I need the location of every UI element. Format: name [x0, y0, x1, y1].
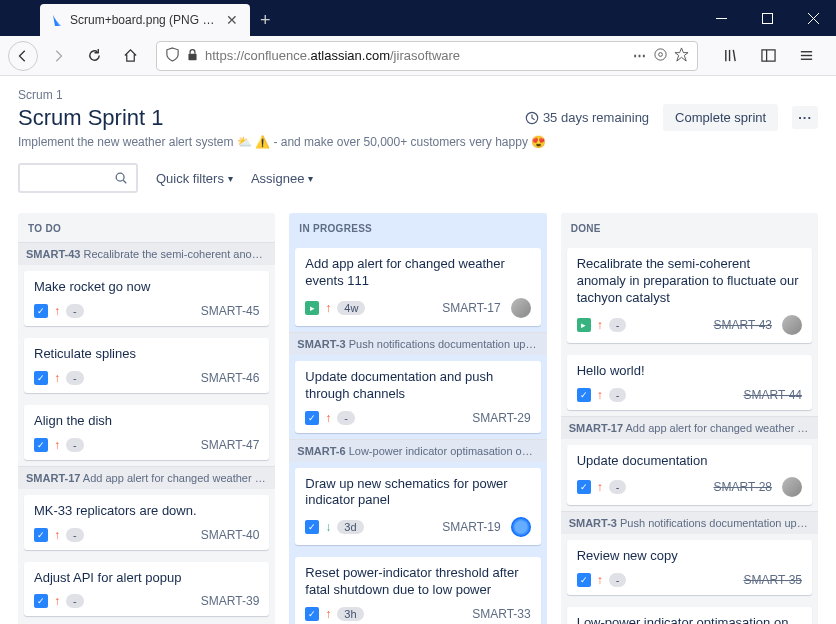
card-title: Draw up new schematics for power indicat…: [305, 476, 530, 510]
issue-card[interactable]: Add app alert for changed weather events…: [295, 248, 540, 326]
menu-icon[interactable]: [790, 40, 822, 72]
card-title: Review new copy: [577, 548, 802, 565]
sidebar-icon[interactable]: [752, 40, 784, 72]
issue-card[interactable]: Update documentation and push through ch…: [295, 361, 540, 433]
priority-up-icon: ↑: [325, 301, 331, 315]
reader-icon[interactable]: [653, 47, 668, 65]
task-icon: ✓: [34, 304, 48, 318]
issue-card[interactable]: Align the dish ✓↑-SMART-47: [24, 405, 269, 460]
priority-up-icon: ↑: [325, 607, 331, 621]
avatar[interactable]: [782, 315, 802, 335]
days-remaining: 35 days remaining: [525, 110, 649, 125]
estimate-badge: 3h: [337, 607, 363, 621]
lock-icon[interactable]: [186, 48, 199, 64]
more-actions-button[interactable]: ···: [792, 106, 818, 129]
avatar[interactable]: [511, 298, 531, 318]
priority-up-icon: ↑: [597, 480, 603, 494]
issue-card[interactable]: MK-33 replicators are down. ✓↑-SMART-40: [24, 495, 269, 550]
new-tab-button[interactable]: +: [250, 4, 281, 36]
svg-rect-1: [762, 13, 772, 23]
issue-card[interactable]: Review new copy ✓↑-SMART-35: [567, 540, 812, 595]
page-actions-icon[interactable]: ⋯: [633, 48, 647, 63]
issue-key: SMART-44: [744, 388, 802, 402]
issue-key: SMART-39: [201, 594, 259, 608]
priority-up-icon: ↑: [597, 388, 603, 402]
card-title: Align the dish: [34, 413, 259, 430]
priority-up-icon: ↑: [54, 371, 60, 385]
issue-card[interactable]: Adjust API for alert popup ✓↑-SMART-39: [24, 562, 269, 617]
avatar[interactable]: [782, 477, 802, 497]
task-icon: ✓: [34, 371, 48, 385]
search-input[interactable]: [18, 163, 138, 193]
svg-rect-4: [188, 53, 196, 60]
swimlane-header[interactable]: SMART-43 Recalibrate the semi-coherent a…: [18, 242, 275, 265]
card-title: Low-power indicator optimasation on mode…: [577, 615, 802, 624]
issue-card[interactable]: Draw up new schematics for power indicat…: [295, 468, 540, 546]
estimate-badge: -: [66, 438, 84, 452]
task-icon: ✓: [305, 520, 319, 534]
swimlane-header[interactable]: SMART-17 Add app alert for changed weath…: [561, 416, 818, 439]
issue-key: SMART-46: [201, 371, 259, 385]
tab-close-icon[interactable]: ✕: [222, 12, 242, 28]
reload-button[interactable]: [78, 40, 110, 72]
issue-card[interactable]: Update documentation ✓↑-SMART-28: [567, 445, 812, 506]
estimate-badge: 3d: [337, 520, 363, 534]
scrum-board: TO DO SMART-43 Recalibrate the semi-cohe…: [18, 213, 818, 624]
atlassian-icon: [48, 12, 64, 28]
assignee-dropdown[interactable]: Assignee ▾: [251, 171, 313, 186]
library-icon[interactable]: [714, 40, 746, 72]
card-title: Hello world!: [577, 363, 802, 380]
estimate-badge: -: [66, 371, 84, 385]
minimize-button[interactable]: [698, 0, 744, 36]
estimate-badge: -: [66, 304, 84, 318]
swimlane-header[interactable]: SMART-3 Push notifications documentation…: [289, 332, 546, 355]
page-content: Scrum 1 Scrum Sprint 1 35 days remaining…: [0, 76, 836, 624]
column-header: IN PROGRESS: [289, 213, 546, 242]
estimate-badge: -: [609, 318, 627, 332]
card-title: Make rocket go now: [34, 279, 259, 296]
card-title: Update documentation: [577, 453, 802, 470]
issue-card[interactable]: Hello world! ✓↑-SMART-44: [567, 355, 812, 410]
priority-down-icon: ↓: [325, 520, 331, 534]
swimlane-header[interactable]: SMART-17 Add app alert for changed weath…: [18, 466, 275, 489]
url-bar[interactable]: https://confluence.atlassian.com/jirasof…: [156, 41, 698, 71]
avatar[interactable]: [511, 517, 531, 537]
issue-card[interactable]: Make rocket go now ✓↑-SMART-45: [24, 271, 269, 326]
page-title: Scrum Sprint 1: [18, 105, 511, 131]
window-controls: [698, 0, 836, 36]
estimate-badge: -: [609, 388, 627, 402]
bookmark-icon[interactable]: [674, 47, 689, 65]
forward-button[interactable]: [42, 40, 74, 72]
priority-up-icon: ↑: [54, 304, 60, 318]
svg-point-5: [659, 52, 663, 56]
complete-sprint-button[interactable]: Complete sprint: [663, 104, 778, 131]
right-tools: [708, 40, 828, 72]
home-button[interactable]: [114, 40, 146, 72]
priority-up-icon: ↑: [325, 411, 331, 425]
issue-card[interactable]: Recalibrate the semi-coherent anomaly in…: [567, 248, 812, 343]
issue-key: SMART-40: [201, 528, 259, 542]
estimate-badge: -: [609, 573, 627, 587]
maximize-button[interactable]: [744, 0, 790, 36]
card-title: Add app alert for changed weather events…: [305, 256, 530, 290]
task-icon: ✓: [577, 480, 591, 494]
quick-filters-dropdown[interactable]: Quick filters ▾: [156, 171, 233, 186]
browser-tab-active[interactable]: Scrum+board.png (PNG Image ✕: [40, 4, 250, 36]
shield-icon[interactable]: [165, 47, 180, 65]
story-icon: ▸: [577, 318, 591, 332]
swimlane-header[interactable]: SMART-6 Low-power indicator optimasation…: [289, 439, 546, 462]
column-todo: TO DO SMART-43 Recalibrate the semi-cohe…: [18, 213, 275, 624]
sprint-description: Implement the new weather alert system ⛅…: [18, 135, 818, 149]
issue-card[interactable]: Reset power-indicator threshold after fa…: [295, 557, 540, 624]
swimlane-header[interactable]: SMART-3 Push notifications documentation…: [561, 511, 818, 534]
window-titlebar: Scrum+board.png (PNG Image ✕ +: [0, 0, 836, 36]
close-button[interactable]: [790, 0, 836, 36]
card-title: MK-33 replicators are down.: [34, 503, 259, 520]
breadcrumb[interactable]: Scrum 1: [18, 88, 818, 102]
chevron-down-icon: ▾: [228, 173, 233, 184]
issue-card[interactable]: Low-power indicator optimasation on mode…: [567, 607, 812, 624]
task-icon: ✓: [577, 388, 591, 402]
back-button[interactable]: [8, 41, 38, 71]
svg-point-6: [655, 48, 666, 59]
issue-card[interactable]: Reticulate splines ✓↑-SMART-46: [24, 338, 269, 393]
